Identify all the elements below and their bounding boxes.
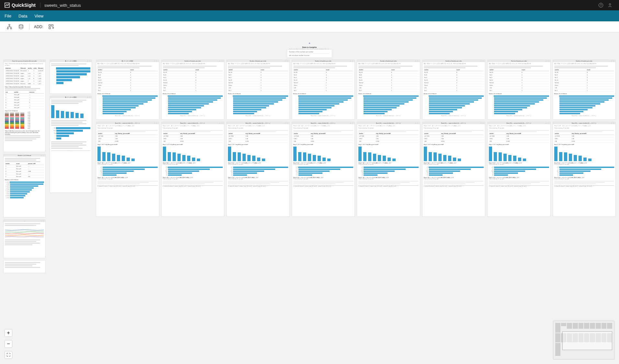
card-menu-icon[interactable]: ⤢ ⋮ [611,122,614,124]
quicksight-icon [5,3,10,8]
svg-rect-10 [51,25,53,26]
card-menu-icon[interactable]: ⤢ ⋮ [41,154,44,157]
svg-point-3 [609,4,611,5]
add-visual-icon[interactable] [48,23,55,30]
menu-bar: File Data View [0,10,619,21]
clone-card-a[interactable]: Number of baskets per order⤢ ⋮ 集計: 数値. デ… [553,60,616,120]
svg-rect-8 [49,25,51,26]
column-2: 数 / クッキーの展開⤢ ⋮ 数 / クッキーの展開⤢ ⋮ HHNo8OrgTI… [50,60,92,193]
card-menu-icon[interactable]: ⤢ ⋮ [87,60,91,62]
card-menu-icon[interactable]: ⤢ ⋮ [415,122,419,124]
zoom-in-button[interactable]: + [5,329,12,337]
toolbar: ADD: [0,21,619,32]
svg-point-4 [9,24,10,26]
stacked-legend: cat01cat02cat03cat04cat05cat06cat07cat08… [26,112,30,129]
left-column: Team the success of workers file and ord… [3,60,46,273]
user-icon[interactable] [605,1,614,10]
card-menu-icon[interactable]: ⤢ ⋮ [285,60,288,62]
menu-view[interactable]: View [34,14,43,18]
card-menu-icon[interactable]: ⤢ ⋮ [219,60,223,62]
svg-point-7 [19,24,23,26]
line-chart [5,226,44,239]
hbar-chart-col2b: HHNo8OrgTI [51,127,90,139]
fullscreen-button[interactable]: ⛶ [5,351,12,359]
minimap[interactable] [553,321,614,359]
card-menu-icon[interactable]: ⤢ ⋮ [219,122,223,124]
app-logo[interactable]: QuickSight [5,3,40,8]
svg-text:?: ? [600,4,602,7]
hierarchy-icon[interactable] [6,23,13,30]
clone-card-b[interactable]: Base (%) — some of which (1) — ステージ⤢ ⋮ S… [161,122,225,217]
clone-card-a[interactable]: The list of baskets per order⤢ ⋮ 集計: 数値.… [487,60,551,120]
hbar-chart-left: o_id=1o_id=8o_id=12o_id=5o_id=31o_id=0o_… [5,182,44,198]
step4-label: Step 4: Identify a consensus on the rate… [5,130,44,135]
card-col2-b[interactable]: 数 / クッキーの展開⤢ ⋮ HHNo8OrgTI ← → [50,96,92,193]
insights-input-box[interactable]: Number of the cookies per worker tell me… [287,49,332,58]
card-menu-icon[interactable]: ⤢ ⋮ [350,122,354,124]
document-name: sweets_with_status [40,3,81,8]
clone-card-a[interactable]: Number of baskets per order⤢ ⋮ 集計: 数値. デ… [422,60,486,120]
clone-card-b[interactable]: Base (%) — some of which (1) — ステージ⤢ ⋮ S… [422,122,486,217]
title-bar: QuickSight sweets_with_status ? [0,0,619,10]
card-menu-icon[interactable]: ⤢ ⋮ [41,60,44,62]
clone-card-a[interactable]: 数 / クッキーの展開⤢ ⋮ 集計: 数値. データからは負の相関が見られる (… [96,60,159,120]
insight-suggestion-2[interactable]: tell me about worker income [289,54,330,56]
card-menu-icon[interactable]: ⤢ ⋮ [41,220,44,222]
card-menu-icon[interactable]: ⤢ ⋮ [154,122,158,124]
card-menu-icon[interactable]: ⤢ ⋮ [546,60,549,62]
card-menu-icon[interactable]: ⤢ ⋮ [87,96,91,98]
zoom-out-button[interactable]: − [5,340,12,348]
menu-data[interactable]: Data [18,14,27,18]
stacked-bar-chart [5,113,24,129]
clone-card-b[interactable]: Base (%) — some of which (1) — ステージ⤢ ⋮ S… [96,122,159,217]
add-label: ADD: [34,25,43,29]
vbar-chart-col2b [51,105,90,118]
app-name: QuickSight [12,3,36,8]
card-left-4[interactable] [3,260,46,273]
clone-card-b[interactable]: Base (%) — some of which (1) — ステージ⤢ ⋮ S… [226,122,290,217]
canvas[interactable]: Data to Insights Ask your data anything.… [0,32,619,364]
card-menu-icon[interactable]: ⤢ ⋮ [350,60,354,62]
clone-card-a[interactable]: Number of baskets per order⤢ ⋮ 集計: 数値. デ… [357,60,420,120]
card-menu-icon[interactable]: ⤢ ⋮ [285,122,288,124]
menu-file[interactable]: File [5,14,11,18]
clone-card-b[interactable]: Base (%) — some of which (1) — ステージ⤢ ⋮ S… [292,122,355,217]
svg-point-6 [10,28,12,29]
card-left-2[interactable]: Workers 1-1/2 6 filtered⤢ ⋮ workercountp… [3,154,46,217]
card-menu-icon[interactable]: ⤢ ⋮ [546,122,549,124]
card-menu-icon[interactable]: ⤢ ⋮ [480,122,484,124]
insight-suggestion-1[interactable]: Number of the cookies per worker [289,51,330,54]
row-a: 数 / クッキーの展開⤢ ⋮ 集計: 数値. データからは負の相関が見られる (… [96,60,616,120]
help-icon[interactable]: ? [596,1,605,10]
toolbar-divider [29,24,29,30]
card-menu-icon[interactable]: ⤢ ⋮ [480,60,484,62]
card-menu-icon[interactable]: ⤢ ⋮ [415,60,419,62]
clone-card-b[interactable]: Base (%) — some of which (1) — ステージ⤢ ⋮ S… [487,122,551,217]
row-b: Base (%) — some of which (1) — ステージ⤢ ⋮ S… [96,122,616,217]
hbar-chart-col2a [51,67,90,84]
table-left2: workercountpercent_diff 1file-c.pdf— 2fi… [5,162,44,178]
clone-card-b[interactable]: Base (%) — some of which (1) — ステージ⤢ ⋮ S… [553,122,616,217]
clone-card-a[interactable]: Number of baskets per order⤢ ⋮ 集計: 数値. デ… [292,60,355,120]
database-icon[interactable] [17,23,25,30]
card-left-1[interactable]: Team the success of workers file and ord… [3,60,46,152]
clone-card-b[interactable]: Base (%) — some of which (1) — ステージ⤢ ⋮ S… [357,122,420,217]
clone-card-a[interactable]: Number of baskets per order⤢ ⋮ 集計: 数値. デ… [161,60,225,120]
card-menu-icon[interactable]: ⤢ ⋮ [154,60,158,62]
step2-title: Step 2: filtered by following fields: fi… [5,86,44,88]
clone-card-a[interactable]: Number of baskets per order⤢ ⋮ 集計: 数値. デ… [226,60,290,120]
sparkle-icon [308,42,311,46]
table-step2: rowworkersuccess 1file-a.pdf— 1file-b.pd… [5,91,44,109]
step1-text: Step 1: Browse the data by identifying t… [5,63,44,66]
view-controls: + − ⛶ [5,329,12,359]
minimap-viewport[interactable] [562,331,612,350]
svg-point-5 [7,28,8,29]
card-header: Team the success of workers file and ord… [4,60,45,62]
card-menu-icon[interactable]: ⤢ ⋮ [611,60,614,62]
card-col2-a[interactable]: 数 / クッキーの展開⤢ ⋮ [50,60,92,94]
svg-rect-9 [49,27,51,29]
card-left-3[interactable]: …⤢ ⋮ [3,219,46,258]
table-step1: datetimefileeventworkerorderfilename >20… [5,67,44,85]
